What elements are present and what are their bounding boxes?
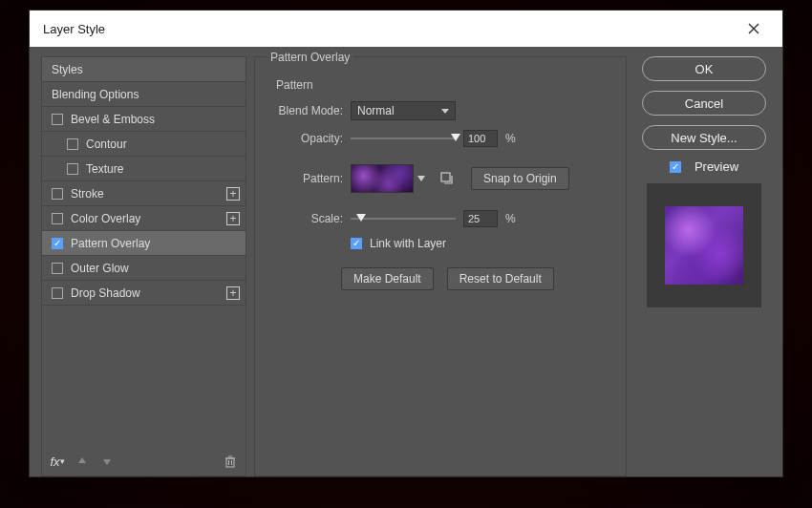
blend-mode-row: Blend Mode: Normal: [274, 101, 607, 120]
add-effect-icon[interactable]: +: [226, 212, 240, 225]
close-button[interactable]: [735, 14, 773, 43]
style-label: Pattern Overlay: [71, 237, 150, 250]
create-new-preset-icon[interactable]: [437, 168, 458, 189]
scale-label: Scale:: [274, 212, 343, 225]
arrow-down-icon[interactable]: [99, 454, 115, 469]
link-with-layer-checkbox[interactable]: [351, 238, 362, 249]
blend-mode-select[interactable]: Normal: [351, 101, 456, 120]
style-item-drop-shadow[interactable]: Drop Shadow+: [42, 281, 246, 306]
scale-unit: %: [505, 212, 516, 225]
preview-label: Preview: [694, 159, 738, 174]
style-item-outer-glow[interactable]: Outer Glow: [42, 256, 246, 281]
style-checkbox[interactable]: [52, 188, 63, 200]
opacity-unit: %: [505, 132, 516, 145]
titlebar: Layer Style: [30, 11, 782, 47]
make-default-button[interactable]: Make Default: [341, 267, 434, 290]
add-effect-icon[interactable]: +: [226, 286, 240, 300]
trash-icon[interactable]: [223, 454, 238, 469]
pattern-dropdown[interactable]: [416, 164, 427, 193]
style-checkbox[interactable]: [67, 138, 78, 150]
snap-to-origin-button[interactable]: Snap to Origin: [471, 167, 569, 190]
ok-button[interactable]: OK: [642, 56, 766, 81]
fx-icon[interactable]: fx▾: [50, 454, 65, 469]
preview-checkbox[interactable]: [670, 161, 681, 173]
opacity-input[interactable]: [463, 130, 498, 147]
opacity-slider[interactable]: [351, 132, 456, 145]
style-item-color-overlay[interactable]: Color Overlay+: [42, 206, 246, 231]
style-checkbox[interactable]: [52, 213, 63, 224]
actions-panel: OK Cancel New Style... Preview: [637, 56, 771, 307]
reset-to-default-button[interactable]: Reset to Default: [447, 267, 554, 290]
pattern-swatch[interactable]: [351, 164, 414, 193]
blending-options[interactable]: Blending Options: [42, 82, 246, 107]
dialog-content: Styles Blending Options Bevel & EmbossCo…: [30, 47, 782, 476]
style-item-contour[interactable]: Contour: [42, 132, 246, 157]
layer-style-dialog: Layer Style Styles Blending Options Beve…: [29, 10, 783, 477]
scale-slider[interactable]: [351, 212, 456, 225]
link-with-layer-label: Link with Layer: [370, 237, 446, 250]
blend-mode-label: Blend Mode:: [274, 104, 343, 117]
styles-header[interactable]: Styles: [42, 57, 246, 82]
window-title: Layer Style: [43, 22, 105, 36]
link-row: Link with Layer: [351, 237, 607, 250]
style-label: Outer Glow: [71, 262, 129, 275]
style-item-texture[interactable]: Texture: [42, 157, 246, 181]
style-checkbox[interactable]: [52, 287, 63, 299]
svg-rect-2: [226, 458, 234, 467]
style-checkbox[interactable]: [52, 114, 63, 125]
pattern-label: Pattern:: [274, 172, 343, 185]
style-item-bevel-emboss[interactable]: Bevel & Emboss: [42, 107, 246, 132]
style-label: Bevel & Emboss: [71, 113, 155, 126]
style-item-pattern-overlay[interactable]: Pattern Overlay: [42, 231, 246, 256]
add-effect-icon[interactable]: +: [226, 187, 240, 201]
scale-input[interactable]: [463, 210, 498, 227]
style-label: Texture: [86, 162, 123, 176]
style-checkbox[interactable]: [52, 238, 63, 249]
style-label: Stroke: [71, 187, 104, 201]
style-item-stroke[interactable]: Stroke+: [42, 181, 246, 206]
styles-panel: Styles Blending Options Bevel & EmbossCo…: [41, 56, 246, 476]
arrow-up-icon[interactable]: [75, 454, 90, 469]
opacity-row: Opacity: %: [274, 130, 607, 147]
opacity-label: Opacity:: [274, 132, 343, 145]
close-icon: [748, 23, 759, 34]
style-label: Drop Shadow: [71, 286, 140, 300]
style-checkbox[interactable]: [67, 163, 78, 175]
group-title: Pattern Overlay: [267, 51, 353, 64]
pattern-overlay-panel: Pattern Overlay Pattern Blend Mode: Norm…: [254, 56, 627, 476]
style-checkbox[interactable]: [52, 263, 63, 274]
style-label: Contour: [86, 138, 127, 151]
section-label: Pattern: [274, 78, 607, 92]
new-style-button[interactable]: New Style...: [642, 125, 766, 150]
preview-swatch: [665, 206, 743, 285]
svg-rect-7: [441, 173, 450, 181]
pattern-row: Pattern: Snap to Origin: [274, 164, 607, 193]
styles-footer: fx▾: [42, 447, 246, 476]
preview-box: [647, 183, 761, 307]
cancel-button[interactable]: Cancel: [642, 91, 766, 116]
style-label: Color Overlay: [71, 212, 140, 225]
scale-row: Scale: %: [274, 210, 607, 227]
